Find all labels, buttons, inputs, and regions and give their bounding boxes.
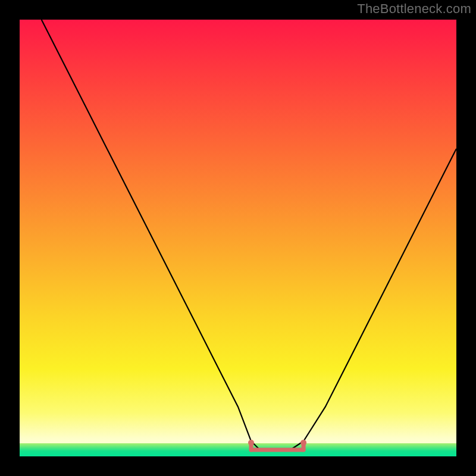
svg-point-4 xyxy=(300,440,306,446)
chart-frame: TheBottleneck.com xyxy=(0,0,476,476)
bottleneck-curve-svg xyxy=(20,20,456,456)
plot-area xyxy=(20,20,456,456)
watermark-text: TheBottleneck.com xyxy=(357,1,471,17)
bottleneck-curve-path xyxy=(42,20,456,450)
svg-point-2 xyxy=(248,440,254,446)
